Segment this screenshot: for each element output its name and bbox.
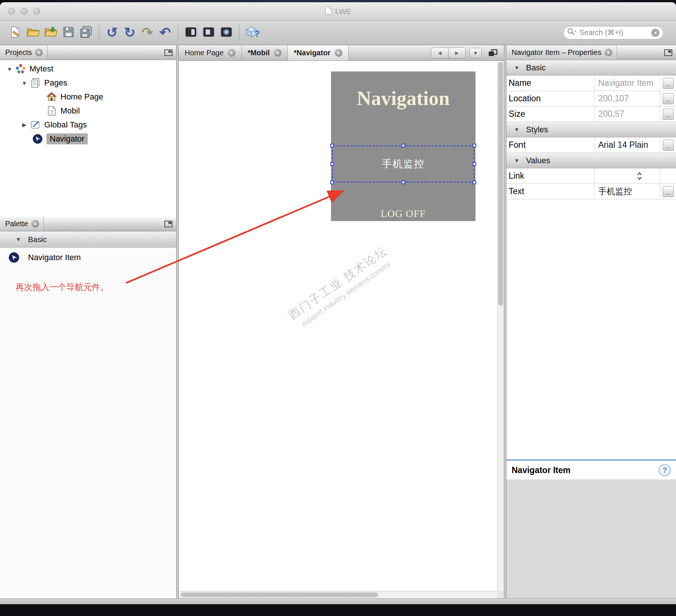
chevron-down-icon[interactable] (19, 80, 29, 86)
stepper-icon[interactable] (636, 171, 643, 181)
tree-item-label: Pages (44, 78, 67, 88)
help-question-icon[interactable]: ? (659, 464, 671, 476)
more-button[interactable]: ... (663, 109, 674, 120)
property-value[interactable]: Arial 14 Plain (594, 137, 660, 153)
save-all-button[interactable] (77, 24, 95, 42)
section-values[interactable]: Values (506, 153, 676, 168)
tree-item-label: Mytest (29, 64, 53, 74)
search-clear-icon[interactable] (651, 29, 659, 37)
tab-navigator[interactable]: *Navigator (288, 45, 349, 60)
link-value-combobox[interactable] (594, 168, 660, 183)
window-title-area: LWE (0, 2, 676, 20)
properties-panel-header: Navigator Item – Properties (506, 45, 676, 60)
detach-panel-icon[interactable] (164, 221, 173, 227)
watermark: 西门子工业 技术论坛 support.industry.siemens.com/… (246, 216, 436, 359)
close-properties-icon[interactable] (604, 49, 612, 56)
resize-handle[interactable] (330, 144, 334, 147)
close-palette-icon[interactable] (31, 220, 39, 228)
watermark-line2: support.industry.siemens.com/cs (256, 230, 436, 359)
section-basic[interactable]: Basic (506, 60, 676, 76)
watermark-line1: 西门子工业 技术论坛 (246, 216, 430, 351)
selected-navigator-item[interactable]: 手机监控 (332, 146, 474, 182)
scrollbar-thumb[interactable] (498, 62, 503, 306)
search-input[interactable] (579, 28, 649, 37)
tab-home-page[interactable]: Home Page (179, 45, 242, 60)
resize-handle[interactable] (473, 144, 476, 147)
resize-handle[interactable] (330, 162, 334, 166)
property-label: Name (506, 76, 594, 91)
section-label: Basic (526, 63, 546, 73)
next-tab-button[interactable] (448, 48, 465, 58)
close-tab-icon[interactable] (335, 49, 342, 57)
properties-panel-tab[interactable]: Navigator Item – Properties (506, 45, 617, 60)
redo-button[interactable] (139, 24, 156, 42)
chevron-down-icon (512, 64, 522, 71)
scrollbar-thumb[interactable] (181, 592, 378, 597)
more-button[interactable]: ... (663, 78, 674, 89)
detach-panel-icon[interactable] (164, 49, 173, 56)
more-button[interactable]: ... (663, 93, 674, 104)
close-projects-icon[interactable] (35, 49, 43, 56)
palette-panel-tab[interactable]: Palette (0, 217, 44, 231)
horizontal-scrollbar[interactable] (179, 591, 497, 598)
tree-item-home-page[interactable]: Home Page (0, 90, 176, 104)
pages-icon (29, 77, 41, 89)
palette-item-navigator-item[interactable]: Navigator Item (0, 248, 176, 267)
vertical-scrollbar[interactable] (497, 61, 504, 591)
tree-item-pages[interactable]: Pages (0, 76, 176, 90)
more-button[interactable]: ... (663, 186, 674, 197)
projects-panel-header: Projects (0, 45, 176, 60)
more-button[interactable]: ... (663, 140, 674, 151)
property-value[interactable]: Navigator Item (594, 76, 660, 91)
tree-item-mytest[interactable]: Mytest (0, 62, 176, 76)
vertical-splitter[interactable] (504, 45, 506, 598)
annotation-text: 再次拖入一个导航元件。 (15, 281, 176, 293)
resize-handle[interactable] (473, 181, 476, 184)
tab-mobil[interactable]: *Mobil (242, 45, 288, 60)
detach-panel-icon[interactable] (664, 49, 672, 56)
chevron-down-icon[interactable] (4, 66, 15, 72)
float-editor-button[interactable] (485, 48, 500, 59)
resize-handle[interactable] (473, 162, 476, 166)
preview-layout-button[interactable] (182, 24, 200, 42)
resize-handle[interactable] (401, 144, 405, 147)
resize-handle[interactable] (401, 181, 405, 184)
property-value[interactable]: 200,57 (594, 106, 660, 122)
tree-item-label: Home Page (60, 92, 103, 102)
property-row-link: Link (506, 168, 676, 184)
palette-panel-header: Palette (0, 217, 176, 231)
open-project-button[interactable] (24, 24, 42, 42)
close-tab-icon[interactable] (274, 49, 282, 57)
chevron-down-icon (512, 157, 522, 164)
tree-item-navigator[interactable]: Navigator (0, 132, 176, 146)
preview-frame-button[interactable] (200, 24, 217, 42)
import-project-button[interactable] (42, 24, 60, 42)
tree-item-global-tags[interactable]: Global Tags (0, 118, 176, 132)
tab-list-dropdown-button[interactable] (469, 48, 482, 58)
resize-handle[interactable] (330, 181, 334, 184)
chevron-right-icon[interactable] (19, 122, 29, 128)
help-button[interactable]: ? (243, 24, 261, 42)
rotate-left-button[interactable] (103, 24, 121, 42)
layout-inner-icon (203, 27, 214, 39)
previous-tab-button[interactable] (431, 48, 448, 58)
projects-panel-tab[interactable]: Projects (0, 45, 48, 60)
close-tab-icon[interactable] (228, 49, 236, 57)
undo-button[interactable] (156, 24, 174, 42)
tree-item-mobil[interactable]: Mobil (0, 104, 176, 118)
logoff-item[interactable]: LOG OFF (331, 208, 475, 220)
save-button[interactable] (60, 24, 77, 42)
properties-panel-title: Navigator Item – Properties (512, 48, 601, 57)
section-styles[interactable]: Styles (506, 122, 676, 137)
palette-section-basic[interactable]: Basic (0, 231, 176, 248)
property-value[interactable]: 200,107 (594, 91, 660, 106)
property-value[interactable]: 手机监控 (594, 184, 660, 199)
tab-nav-buttons (431, 48, 466, 59)
preview-device-button[interactable] (217, 24, 235, 42)
new-page-button[interactable] (7, 24, 24, 42)
save-icon (63, 26, 74, 39)
rotate-right-button[interactable] (121, 24, 139, 42)
canvas-page[interactable]: Navigation LOG OFF 西门子工业 技术论坛 support.in… (179, 61, 497, 591)
redo-icon (142, 26, 153, 39)
vertical-splitter[interactable] (176, 45, 179, 598)
